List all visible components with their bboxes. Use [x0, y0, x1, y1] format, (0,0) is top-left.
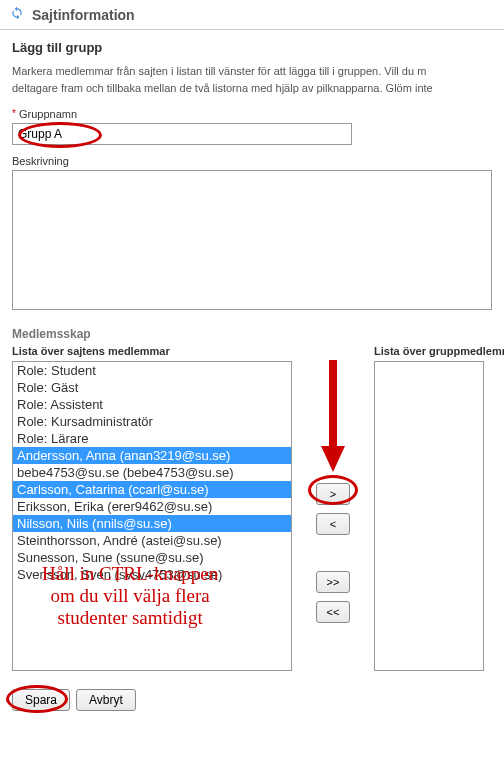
group-name-field: * Gruppnamn	[12, 108, 492, 145]
group-members-listbox[interactable]	[374, 361, 484, 671]
cancel-button[interactable]: Avbryt	[76, 689, 136, 711]
list-item[interactable]: Andersson, Anna (anan3219@su.se)	[13, 447, 291, 464]
description-textarea[interactable]	[12, 170, 492, 310]
list-item[interactable]: Role: Kursadministratör	[13, 413, 291, 430]
remove-button[interactable]: <	[316, 513, 350, 535]
content: Lägg till grupp Markera medlemmar från s…	[0, 30, 504, 721]
page-header: Sajtinformation	[0, 0, 504, 30]
list-item[interactable]: Role: Gäst	[13, 379, 291, 396]
group-name-input[interactable]	[12, 123, 352, 145]
section-title: Lägg till grupp	[12, 40, 492, 55]
add-all-button[interactable]: >>	[316, 571, 350, 593]
list-item[interactable]: Role: Lärare	[13, 430, 291, 447]
list-item[interactable]: bebe4753@su.se (bebe4753@su.se)	[13, 464, 291, 481]
instructions-text: Markera medlemmar från sajten i listan t…	[12, 63, 492, 96]
site-members-listbox[interactable]: Role: StudentRole: GästRole: AssistentRo…	[12, 361, 292, 671]
add-button[interactable]: >	[316, 483, 350, 505]
list-item[interactable]: Steinthorsson, André (astei@su.se)	[13, 532, 291, 549]
refresh-icon	[10, 6, 24, 23]
group-members-label: Lista över gruppmedlemmar	[374, 345, 504, 357]
list-item[interactable]: Role: Student	[13, 362, 291, 379]
move-buttons-column: > < >> <<	[302, 345, 364, 671]
description-label: Beskrivning	[12, 155, 492, 167]
list-item[interactable]: Eriksson, Erika (erer9462@su.se)	[13, 498, 291, 515]
save-button[interactable]: Spara	[12, 689, 70, 711]
description-field: Beskrivning	[12, 155, 492, 313]
list-item[interactable]: Role: Assistent	[13, 396, 291, 413]
page-title: Sajtinformation	[32, 7, 135, 23]
list-item[interactable]: Sunesson, Sune (ssune@su.se)	[13, 549, 291, 566]
action-buttons-row: Spara Avbryt	[12, 689, 492, 711]
site-members-label: Lista över sajtens medlemmar	[12, 345, 292, 357]
list-item[interactable]: Svensson, Sven (svsv4753@su.se)	[13, 566, 291, 583]
group-name-label: * Gruppnamn	[12, 108, 492, 120]
annotation-arrow-down	[316, 349, 350, 479]
site-members-column: Lista över sajtens medlemmar Role: Stude…	[12, 345, 292, 671]
list-item[interactable]: Nilsson, Nils (nnils@su.se)	[13, 515, 291, 532]
lists-row: Lista över sajtens medlemmar Role: Stude…	[12, 345, 492, 671]
list-item[interactable]: Carlsson, Catarina (ccarl@su.se)	[13, 481, 291, 498]
remove-all-button[interactable]: <<	[316, 601, 350, 623]
required-asterisk: *	[12, 108, 16, 119]
svg-marker-1	[321, 446, 345, 472]
membership-title: Medlemsskap	[12, 327, 492, 341]
group-members-column: Lista över gruppmedlemmar	[374, 345, 504, 671]
